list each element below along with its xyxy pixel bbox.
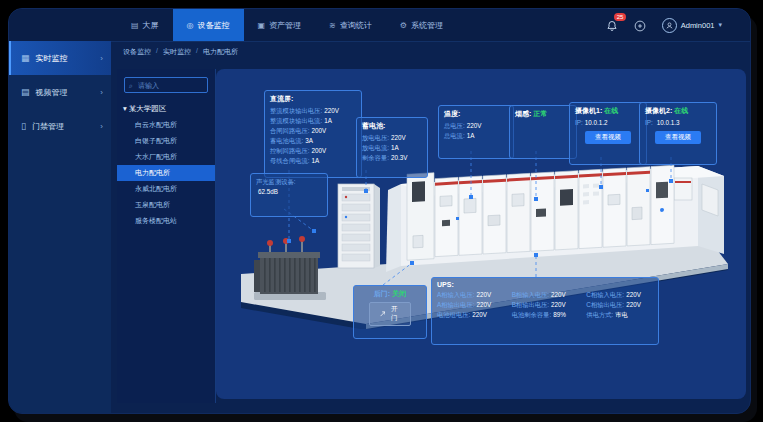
tab-dashboard[interactable]: ▤ 大屏 [117, 9, 173, 41]
tab-system-management[interactable]: ⚙ 系统管理 [386, 9, 457, 41]
ups-row-label: B相输入电压: [512, 291, 549, 298]
screen-icon: ▤ [131, 21, 139, 30]
tree-item[interactable]: 大水厂配电所 [117, 149, 215, 165]
tab-label: 资产管理 [269, 20, 301, 31]
sidebar-item-label: 实时监控 [36, 53, 95, 64]
tree-item[interactable]: 白云水配电所 [117, 117, 215, 133]
ups-row-label: B相输出电压: [512, 301, 549, 308]
tree-root-label: 某大学园区 [129, 104, 167, 113]
temperature-panel-title: 温度: [444, 109, 508, 119]
camera2-ip: 10.0.1.3 [657, 119, 680, 126]
breadcrumb-item-current: 电力配电所 [203, 47, 238, 57]
dc-row-value: 1A [324, 117, 332, 124]
ups-row-label: A相输入电压: [437, 291, 474, 298]
tree-root-node[interactable]: ▾ 某大学园区 [117, 101, 215, 117]
station-tree-panel: ⌕ ▾ 某大学园区 白云水配电所 白银子配电所 大水厂配电所 电力配电所 永威北… [117, 69, 216, 403]
tree-item-selected[interactable]: 电力配电所 [117, 165, 215, 181]
battery-row-label: 剩余容量: [362, 154, 389, 161]
sound-monitor-panel: 声光监测设备: 62.5dB [250, 173, 328, 217]
smoke-panel: 烟感: 正常 [509, 105, 577, 159]
ups-row-value: 220V [551, 301, 566, 308]
breadcrumb-separator: / [156, 47, 158, 57]
monitor-grid-icon: ▦ [21, 53, 30, 63]
breadcrumb-separator: / [196, 47, 198, 57]
smoke-status: 正常 [533, 110, 547, 117]
tab-query-statistics[interactable]: ≋ 查询统计 [315, 9, 386, 41]
ups-row-label: 供电方式: [586, 311, 613, 318]
sound-monitor-value: 62.5dB [258, 188, 278, 195]
battery-row-value: 220V [391, 134, 406, 141]
breadcrumb-item[interactable]: 实时监控 [163, 47, 191, 57]
chevron-down-icon: ▾ [718, 21, 722, 29]
open-door-button[interactable]: 开门 [369, 302, 411, 326]
ups-panel: UPS: A相输入电压:220V B相输入电压:220V C相输入电压:220V… [431, 277, 659, 345]
avatar [662, 18, 677, 33]
temperature-panel: 温度: 总电压:220V 总电流:1A [438, 105, 514, 159]
tab-label: 查询统计 [340, 20, 372, 31]
left-sidebar: ▦ 实时监控 › ▤ 视频管理 › ▯ 门禁管理 › [9, 41, 111, 413]
dc-row-label: 合闸回路电压: [270, 127, 310, 134]
battery-row-label: 放电电流: [362, 144, 389, 151]
temperature-row-value: 220V [467, 122, 482, 129]
fullscreen-icon[interactable] [634, 18, 648, 32]
ups-row-value: 89% [553, 311, 566, 318]
transformer[interactable] [254, 236, 326, 300]
breadcrumb-item[interactable]: 设备监控 [123, 47, 151, 57]
dc-row-label: 整流模块输出电流: [270, 117, 322, 124]
notification-bell-icon[interactable]: 25 [606, 18, 620, 32]
tree-item[interactable]: 永威北配电所 [117, 181, 215, 197]
door-status: 关闭 [392, 290, 406, 297]
tab-device-monitoring[interactable]: ◎ 设备监控 [173, 9, 244, 41]
chevron-right-icon: › [100, 54, 103, 63]
ups-row-value: 220V [476, 291, 491, 298]
battery-panel: 蓄电池: 放电电压:220V 放电电流:1A 剩余容量:20.3V [356, 117, 428, 178]
search-icon: ⌕ [129, 82, 133, 89]
ups-row-label: 电池剩余容量: [512, 311, 552, 318]
tab-label: 大屏 [143, 20, 159, 31]
ups-row-value: 220V [626, 291, 641, 298]
top-navbar: ▤ 大屏 ◎ 设备监控 ▣ 资产管理 ≋ 查询统计 ⚙ 系统管理 [9, 9, 750, 42]
chevron-right-icon: › [100, 88, 103, 97]
user-menu[interactable]: Admin001 ▾ [662, 18, 722, 33]
tree-item[interactable]: 玉泉配电所 [117, 197, 215, 213]
sound-monitor-label: 声光监测设备: [256, 178, 296, 185]
transformer-bushings [267, 236, 305, 252]
tree-search-box: ⌕ [124, 77, 208, 93]
sidebar-item-video-management[interactable]: ▤ 视频管理 › [9, 75, 111, 109]
app-window: ▤ 大屏 ◎ 设备监控 ▣ 资产管理 ≋ 查询统计 ⚙ 系统管理 [8, 8, 751, 414]
camera1-panel: 摄像机1: 在线 IP:10.0.1.2 查看视频 [569, 102, 647, 165]
camera1-title: 摄像机1: [575, 107, 602, 114]
dc-row-value: 3A [305, 137, 313, 144]
sidebar-item-realtime-monitoring[interactable]: ▦ 实时监控 › [9, 41, 111, 75]
battery-row-label: 放电电压: [362, 134, 389, 141]
tree-item[interactable]: 白银子配电所 [117, 133, 215, 149]
navbar-right: 25 Admin001 ▾ [606, 9, 722, 41]
dc-panel: 直流屏: 整流模块输出电压:220V 整流模块输出电流:1A 合闸回路电压:20… [264, 90, 362, 178]
notification-badge: 25 [614, 13, 627, 21]
asset-icon: ▣ [258, 21, 266, 30]
sidebar-item-access-control[interactable]: ▯ 门禁管理 › [9, 109, 111, 143]
stats-icon: ≋ [329, 21, 336, 30]
door-open-icon [380, 311, 385, 317]
dc-row-label: 蓄电池电流: [270, 137, 303, 144]
ups-row-label: 电池组电压: [437, 311, 470, 318]
ups-row-label: C相输出电压: [586, 301, 624, 308]
gear-icon: ⚙ [400, 21, 407, 30]
search-input[interactable] [136, 81, 203, 90]
camera2-status: 在线 [674, 107, 688, 114]
temperature-row-label: 总电流: [444, 132, 465, 139]
video-camera-icon: ▤ [21, 87, 30, 97]
username: Admin001 [681, 21, 715, 30]
tab-asset-management[interactable]: ▣ 资产管理 [244, 9, 316, 41]
camera1-ip-label: IP: [575, 119, 583, 126]
dc-row-value: 200V [312, 147, 327, 154]
tree-item[interactable]: 服务楼配电站 [117, 213, 215, 229]
dc-row-value: 200V [312, 127, 327, 134]
battery-rack[interactable] [338, 184, 380, 268]
camera2-ip-label: IP: [645, 119, 653, 126]
switchgear-cabinets[interactable] [407, 159, 674, 260]
ups-row-value: 220V [551, 291, 566, 298]
door-icon: ▯ [21, 121, 26, 131]
view-video-button[interactable]: 查看视频 [655, 131, 701, 144]
view-video-button[interactable]: 查看视频 [585, 131, 631, 144]
